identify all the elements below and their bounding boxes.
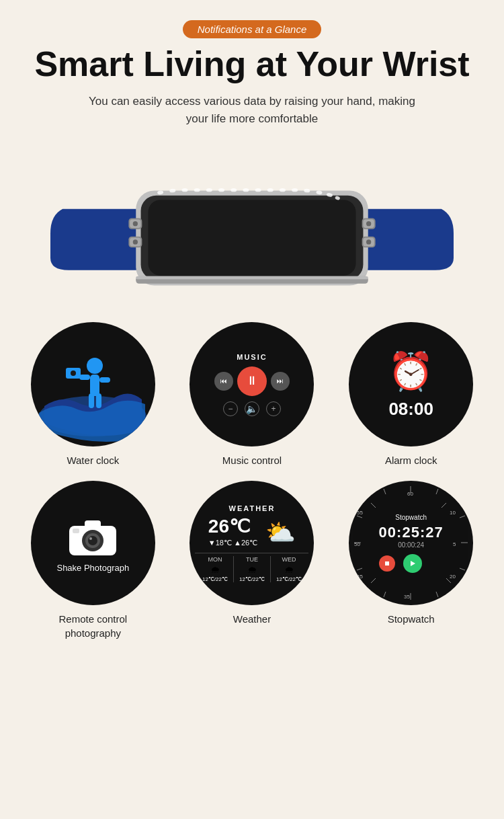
volume-icon: 🔈 — [245, 401, 259, 416]
weather-title: WEATHER — [229, 504, 276, 512]
weather-wed-icon: 🌧 — [284, 564, 294, 575]
main-title: Smart Living at Your Wrist — [13, 45, 491, 83]
stopwatch-label: Stopwatch — [388, 612, 435, 626]
svg-rect-85 — [385, 561, 389, 566]
weather-mon-label: MON — [208, 556, 222, 563]
alarm-time: 08:00 — [388, 399, 433, 420]
alarm-content: ⏰ 08:00 — [388, 350, 434, 420]
svg-point-5 — [181, 188, 187, 192]
svg-rect-60 — [73, 529, 79, 533]
weather-circle: WEATHER 26℃ ▼18℃ ▲26℃ ⛅ MON 🌧 12℃/ — [190, 481, 314, 605]
weather-tue-icon: 🌧 — [247, 564, 257, 575]
svg-text:20: 20 — [450, 574, 456, 580]
music-title: MUSIC — [237, 353, 267, 361]
weather-temp: 26℃ — [208, 515, 257, 537]
svg-line-75 — [384, 592, 386, 597]
shake-circle: Shake Photograph — [31, 481, 155, 605]
stopwatch-stop-button[interactable] — [379, 555, 395, 572]
features-grid: Water clock MUSIC ⏮ ⏸ ⏭ − 🔈 + — [17, 322, 487, 640]
notification-badge: Notifications at a Glance — [183, 20, 322, 38]
svg-point-46 — [87, 358, 103, 374]
music-label: Music control — [222, 453, 282, 467]
feature-item-stopwatch: 60 10 5 20 35 45 50 55 Stopwatch 00:25:2… — [341, 481, 480, 640]
svg-point-9 — [230, 188, 237, 192]
music-controls: ⏮ ⏸ ⏭ — [214, 366, 290, 396]
svg-rect-50 — [79, 375, 90, 380]
stopwatch-sub: 00:00:24 — [379, 541, 444, 549]
stopwatch-time: 00:25:27 — [379, 524, 444, 541]
weather-wed-temp: 12℃/22℃ — [276, 576, 302, 582]
svg-rect-59 — [85, 520, 101, 529]
forward-button[interactable]: ⏭ — [271, 372, 290, 391]
svg-line-69 — [384, 489, 386, 494]
stopwatch-title: Stopwatch — [379, 514, 444, 521]
svg-rect-49 — [96, 393, 101, 408]
water-clock-circle — [31, 322, 155, 446]
weather-tue-label: TUE — [246, 556, 258, 563]
svg-line-65 — [371, 503, 376, 508]
weather-days-table: MON 🌧 12℃/22℃ TUE 🌧 12℃/22℃ WED — [202, 556, 302, 582]
music-circle: MUSIC ⏮ ⏸ ⏭ − 🔈 + — [190, 322, 314, 446]
svg-rect-48 — [89, 393, 94, 408]
weather-cloud-icon: ⛅ — [265, 518, 296, 547]
svg-text:35: 35 — [404, 594, 410, 600]
stopwatch-circle: 60 10 5 20 35 45 50 55 Stopwatch 00:25:2… — [349, 481, 473, 605]
weather-range: ▼18℃ ▲26℃ — [208, 539, 257, 547]
svg-point-11 — [255, 188, 261, 192]
volume-up-button[interactable]: + — [266, 401, 281, 416]
weather-tue-temp: 12℃/22℃ — [239, 576, 265, 582]
svg-point-8 — [218, 188, 224, 192]
play-pause-button[interactable]: ⏸ — [237, 366, 267, 396]
svg-point-7 — [206, 188, 212, 192]
shake-content: Shake Photograph — [56, 514, 129, 573]
svg-point-6 — [194, 188, 200, 192]
svg-text:10: 10 — [450, 510, 456, 516]
svg-text:55: 55 — [357, 510, 363, 516]
feature-item-weather: WEATHER 26℃ ▼18℃ ▲26℃ ⛅ MON 🌧 12℃/ — [183, 481, 322, 640]
volume-down-button[interactable]: − — [223, 401, 238, 416]
svg-rect-2 — [148, 200, 355, 276]
svg-marker-86 — [411, 561, 415, 566]
svg-point-14 — [292, 188, 298, 192]
svg-point-42 — [366, 239, 371, 244]
watch-container — [13, 154, 491, 302]
svg-point-10 — [243, 188, 249, 192]
weather-day-wed: WED 🌧 12℃/22℃ — [276, 556, 302, 582]
svg-text:60: 60 — [407, 491, 413, 497]
camera-icon — [66, 514, 120, 557]
stopwatch-play-button[interactable] — [403, 554, 422, 573]
svg-point-12 — [267, 188, 274, 192]
svg-point-13 — [280, 188, 286, 192]
svg-line-67 — [371, 578, 376, 583]
rewind-button[interactable]: ⏮ — [214, 372, 233, 391]
weather-day-mon: MON 🌧 12℃/22℃ — [202, 556, 228, 582]
water-clock-label: Water clock — [67, 453, 119, 467]
shake-text: Shake Photograph — [56, 563, 129, 573]
page-wrapper: Notifications at a Glance Smart Living a… — [0, 0, 504, 667]
svg-line-71 — [357, 516, 362, 518]
alarm-icon: ⏰ — [388, 350, 434, 393]
svg-point-58 — [89, 537, 92, 540]
shake-label-text: Remote control photography — [58, 612, 127, 640]
svg-line-70 — [436, 489, 438, 494]
svg-line-73 — [460, 516, 465, 518]
alarm-label: Alarm clock — [385, 453, 437, 467]
volume-controls: − 🔈 + — [223, 401, 281, 416]
subtitle: You can easily access various data by ra… — [84, 93, 420, 127]
weather-mon-icon: 🌧 — [210, 564, 220, 575]
svg-point-52 — [71, 370, 76, 376]
feature-item-alarm: ⏰ 08:00 Alarm clock — [341, 322, 480, 467]
weather-label: Weather — [233, 612, 271, 626]
svg-point-33 — [133, 221, 138, 226]
weather-day-tue: TUE 🌧 12℃/22℃ — [239, 556, 265, 582]
watch-side-view — [24, 154, 480, 288]
alarm-circle: ⏰ 08:00 — [349, 322, 473, 446]
svg-line-72 — [357, 568, 362, 570]
weather-mon-temp: 12℃/22℃ — [202, 576, 228, 582]
music-content: MUSIC ⏮ ⏸ ⏭ − 🔈 + — [190, 322, 314, 446]
svg-line-74 — [460, 568, 465, 570]
weather-content: WEATHER 26℃ ▼18℃ ▲26℃ ⛅ MON 🌧 12℃/ — [190, 481, 314, 605]
svg-text:5: 5 — [453, 541, 456, 547]
weather-wed-label: WED — [282, 556, 296, 563]
svg-line-66 — [442, 503, 446, 508]
